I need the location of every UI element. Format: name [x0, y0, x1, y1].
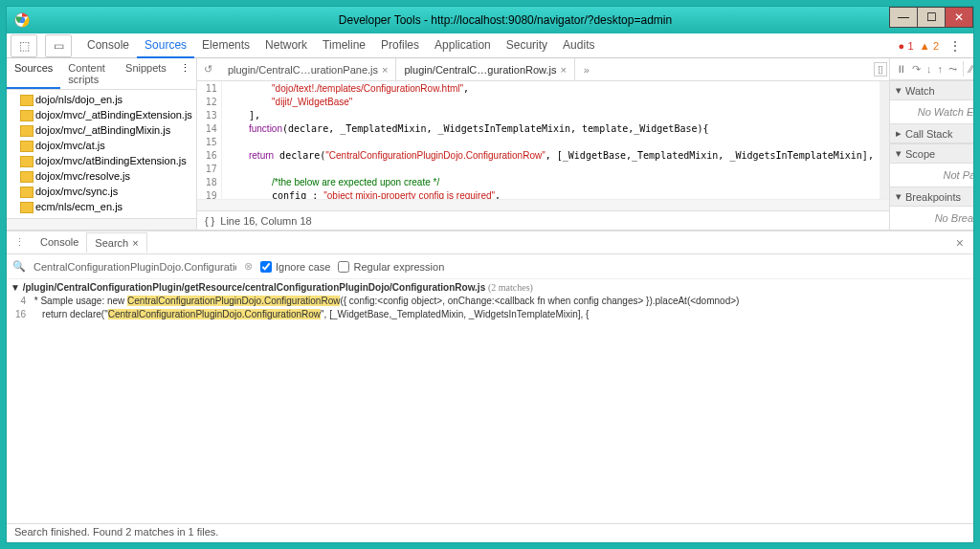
minimize-button[interactable]: —	[889, 7, 918, 28]
status-footer: Search finished. Found 2 matches in 1 fi…	[7, 523, 973, 542]
editor-status: { } Line 16, Column 18	[197, 210, 889, 230]
chrome-icon	[14, 12, 30, 28]
scope-section[interactable]: ▾ Scope	[890, 143, 973, 164]
deactivate-icon[interactable]: ⤳	[948, 63, 957, 76]
tab-sources[interactable]: Sources	[137, 33, 194, 58]
sidebar-toggle-icon[interactable]: ▯	[874, 62, 887, 77]
code-editor[interactable]: 1112131415161718192021 "dojo/text!./temp…	[197, 81, 889, 199]
file-item[interactable]: dojox/mvc/resolve.js	[7, 168, 196, 184]
regex-checkbox[interactable]: Regular expression	[338, 261, 444, 273]
sidebar-menu-icon[interactable]: ⋮	[174, 58, 196, 89]
tab-audits[interactable]: Audits	[555, 33, 602, 58]
debugger-panel: ⏸ ↷ ↓ ↑ ⤳ ⁄⁄ ◉ Async ▾ Watch+⟳ No Watch …	[889, 58, 973, 230]
close-tab-icon[interactable]: ×	[560, 64, 566, 76]
maximize-button[interactable]: ☐	[917, 7, 946, 28]
file-item[interactable]: dojox/mvc/_atBindingExtension.js	[7, 107, 196, 122]
file-item[interactable]: dojox/mvc/atBindingExtension.js	[7, 153, 196, 168]
step-out-icon[interactable]: ↑	[937, 63, 943, 75]
search-result-row[interactable]: 16 return declare("CentralConfigurationP…	[11, 308, 969, 321]
sidebar-tab-snippets[interactable]: Snippets	[118, 58, 174, 89]
search-icon: 🔍	[12, 260, 26, 273]
line-gutter: 1112131415161718192021	[197, 81, 222, 199]
tab-elements[interactable]: Elements	[194, 33, 257, 58]
devtools-window: Developer Tools - http://localhost:9080/…	[6, 6, 974, 543]
window-title: Developer Tools - http://localhost:9080/…	[37, 13, 973, 27]
sidebar-scrollbar[interactable]	[7, 218, 196, 230]
search-input[interactable]	[33, 261, 236, 273]
drawer-tab-console[interactable]: Console	[33, 232, 86, 253]
tab-console[interactable]: Console	[79, 33, 137, 58]
step-into-icon[interactable]: ↓	[926, 63, 932, 75]
file-tab[interactable]: plugin/CentralC…gurationRow.js×	[396, 58, 574, 80]
tab-timeline[interactable]: Timeline	[315, 33, 373, 58]
breakpoints-section[interactable]: ▾ Breakpoints	[890, 187, 973, 207]
tab-security[interactable]: Security	[499, 33, 555, 58]
titlebar: Developer Tools - http://localhost:9080/…	[7, 7, 973, 33]
tab-network[interactable]: Network	[257, 33, 315, 58]
file-item[interactable]: dojox/mvc/at.js	[7, 138, 196, 153]
error-badge[interactable]: ● 1	[899, 39, 914, 53]
code-area[interactable]: "dojo/text!./templates/ConfigurationRow.…	[222, 81, 889, 199]
search-results[interactable]: ▼ /plugin/CentralConfigurationPlugin/get…	[7, 279, 973, 523]
search-bar: 🔍 ⊗ Ignore case Regular expression	[7, 254, 973, 279]
close-button[interactable]: ✕	[945, 7, 973, 28]
sidebar-tab-sources[interactable]: Sources	[7, 58, 60, 89]
scope-empty: Not Paused	[890, 164, 973, 187]
breakpoints-empty: No Breakpoints	[890, 207, 973, 230]
close-tab-icon[interactable]: ×	[382, 64, 388, 76]
inspect-icon[interactable]: ⬚	[11, 34, 37, 57]
watch-empty: No Watch Expressions	[890, 100, 973, 123]
drawer: ⋮ ConsoleSearch × × 🔍 ⊗ Ignore case Regu…	[7, 231, 973, 523]
search-result-row[interactable]: 4 * Sample usage: new CentralConfigurati…	[11, 295, 969, 308]
drawer-tab-search[interactable]: Search ×	[86, 232, 146, 253]
close-icon[interactable]: ×	[132, 237, 138, 249]
file-item[interactable]: ecm/nls/ecm_en.js	[7, 199, 196, 214]
pause-exceptions-icon[interactable]: ⁄⁄	[969, 63, 973, 75]
clear-search-icon[interactable]: ⊗	[244, 260, 253, 273]
file-tab[interactable]: plugin/CentralC…urationPane.js×	[220, 58, 397, 80]
file-item[interactable]: dojo/nls/dojo_en.js	[7, 92, 196, 107]
file-item[interactable]: dojox/mvc/sync.js	[7, 184, 196, 199]
sources-sidebar: SourcesContent scriptsSnippets⋮ dojo/nls…	[7, 58, 197, 230]
pause-icon[interactable]: ⏸	[896, 63, 906, 75]
more-tabs-icon[interactable]: »	[575, 64, 598, 76]
callstack-section[interactable]: ▸ Call Stack	[890, 123, 973, 143]
file-tabs: ↺ plugin/CentralC…urationPane.js×plugin/…	[197, 58, 889, 81]
watch-section[interactable]: ▾ Watch+⟳	[890, 80, 973, 100]
pretty-print-icon[interactable]: { }	[205, 215, 214, 227]
history-icon[interactable]: ↺	[197, 63, 220, 76]
sidebar-tab-content-scripts[interactable]: Content scripts	[60, 58, 118, 89]
step-over-icon[interactable]: ↷	[912, 63, 921, 76]
file-tree[interactable]: dojo/nls/dojo_en.jsdojox/mvc/_atBindingE…	[7, 90, 196, 218]
warning-badge[interactable]: ▲ 2	[920, 39, 939, 53]
ignore-case-checkbox[interactable]: Ignore case	[260, 261, 330, 273]
cursor-position: Line 16, Column 18	[220, 215, 311, 227]
drawer-menu-icon[interactable]: ⋮	[7, 236, 33, 249]
tab-application[interactable]: Application	[427, 33, 499, 58]
device-icon[interactable]: ▭	[45, 34, 72, 57]
editor-scrollbar[interactable]	[197, 199, 889, 210]
file-item[interactable]: dojox/mvc/_atBindingMixin.js	[7, 122, 196, 138]
kebab-menu-icon[interactable]: ⋮	[945, 38, 966, 54]
main-toolbar: ⬚ ▭ ConsoleSourcesElementsNetworkTimelin…	[7, 33, 973, 58]
drawer-close-icon[interactable]: ×	[947, 235, 973, 251]
tab-profiles[interactable]: Profiles	[373, 33, 427, 58]
